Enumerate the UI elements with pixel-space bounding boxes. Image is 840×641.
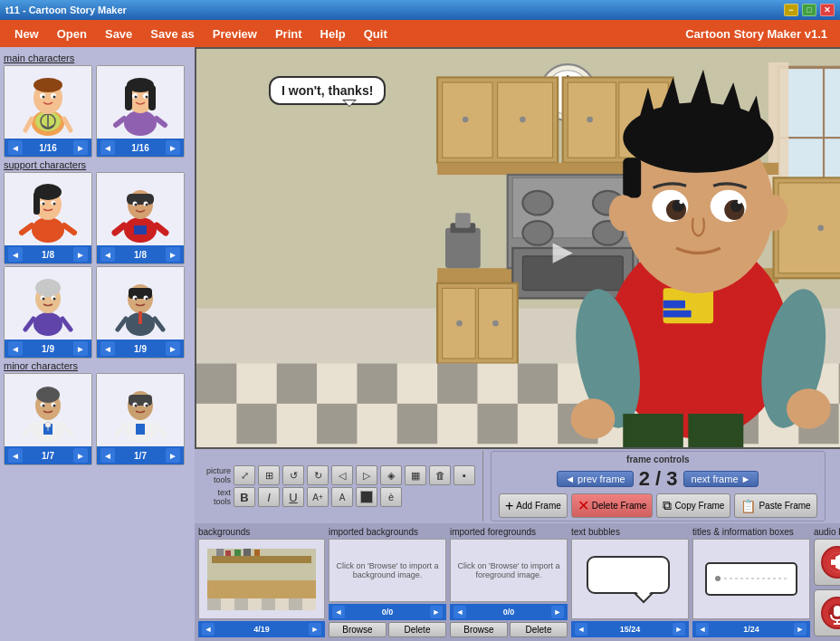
character-card-4[interactable]: ◄ 1/8 ► xyxy=(96,172,185,264)
text-bold-button[interactable]: B xyxy=(234,487,255,507)
char-6-prev[interactable]: ◄ xyxy=(100,341,115,356)
character-card-1[interactable]: ◄ 1/16 ► xyxy=(4,65,92,158)
svg-marker-216 xyxy=(835,554,840,570)
character-card-3[interactable]: ◄ 1/8 ► xyxy=(4,172,92,264)
char-6-next[interactable]: ► xyxy=(166,341,180,356)
char-2-prev[interactable]: ◄ xyxy=(100,140,115,155)
imported-fg-next[interactable]: ► xyxy=(551,606,564,618)
menu-save[interactable]: Save xyxy=(96,24,141,44)
char-8-next[interactable]: ► xyxy=(166,448,180,463)
audio-bubbles-label: audio bubbles xyxy=(814,527,840,537)
tool-misc[interactable]: ▪ xyxy=(453,465,475,485)
text-bubble-next[interactable]: ► xyxy=(673,623,685,636)
svg-rect-159 xyxy=(397,404,437,444)
imported-bg-preview: Click on 'Browse' to import a background… xyxy=(329,539,446,602)
menu-preview[interactable]: Preview xyxy=(204,24,266,44)
bg-prev[interactable]: ◄ xyxy=(202,623,215,636)
char-7-prev[interactable]: ◄ xyxy=(8,448,23,463)
menu-print[interactable]: Print xyxy=(266,24,311,44)
char-1-prev[interactable]: ◄ xyxy=(8,140,23,155)
character-nav-7: ◄ 1/7 ► xyxy=(5,446,91,464)
titles-nav: ◄ 1/24 ► xyxy=(692,621,810,637)
char-2-next[interactable]: ► xyxy=(166,140,180,155)
prev-frame-button[interactable]: ◄ prev frame xyxy=(557,471,634,487)
text-bubble-prev[interactable]: ◄ xyxy=(575,623,587,636)
delete-bg-button[interactable]: Delete xyxy=(388,622,446,637)
delete-fg-button[interactable]: Delete xyxy=(510,622,568,637)
character-image-7 xyxy=(5,374,91,446)
char-4-next[interactable]: ► xyxy=(166,247,180,262)
titles-preview[interactable] xyxy=(692,539,810,619)
tool-flip-h[interactable]: ◁ xyxy=(331,465,353,485)
backgrounds-nav: ◄ 4/19 ► xyxy=(198,621,325,637)
imported-bg-nav: ◄ 0/0 ► xyxy=(329,604,446,620)
menu-saveas[interactable]: Save as xyxy=(141,24,203,44)
text-font-down-button[interactable]: A xyxy=(331,487,353,507)
picture-tools-section: picturetools ⤢ ⊞ ↺ ↻ ◁ ▷ ◈ ▦ 🗑 ▪ texttoo… xyxy=(198,465,475,507)
app-title: Cartoon Story Maker v1.1 xyxy=(685,27,835,41)
menu-quit[interactable]: Quit xyxy=(355,24,396,44)
text-color-button[interactable] xyxy=(356,487,377,507)
text-font-up-button[interactable]: A+ xyxy=(307,487,329,507)
tool-redo[interactable]: ↻ xyxy=(307,465,329,485)
character-nav-2: ◄ 1/16 ► xyxy=(97,139,184,157)
svg-point-187 xyxy=(759,195,788,231)
text-bubble-preview[interactable] xyxy=(571,539,689,619)
maximize-button[interactable]: □ xyxy=(802,4,816,16)
menu-new[interactable]: New xyxy=(5,24,48,44)
character-card-2[interactable]: ◄ 1/16 ► xyxy=(96,65,185,158)
char-5-next[interactable]: ► xyxy=(73,341,88,356)
tool-undo[interactable]: ↺ xyxy=(282,465,304,485)
close-button[interactable]: ✕ xyxy=(820,4,835,16)
char-7-next[interactable]: ► xyxy=(73,448,88,463)
char-4-prev[interactable]: ◄ xyxy=(100,247,115,262)
tool-center[interactable]: ◈ xyxy=(380,465,402,485)
text-bubbles-nav: ◄ 15/24 ► xyxy=(571,621,689,637)
imported-bg-prev[interactable]: ◄ xyxy=(332,606,345,618)
character-image-4 xyxy=(97,173,184,245)
char-1-next[interactable]: ► xyxy=(73,140,88,155)
tool-flip-v[interactable]: ▷ xyxy=(356,465,377,485)
tool-grid[interactable]: ▦ xyxy=(405,465,426,485)
paste-frame-button[interactable]: 📋 Paste Frame xyxy=(734,493,816,518)
tool-expand[interactable]: ⤢ xyxy=(234,465,255,485)
frame-counter: 2 / 3 xyxy=(639,467,678,491)
char-3-prev[interactable]: ◄ xyxy=(8,247,23,262)
menu-open[interactable]: Open xyxy=(48,24,96,44)
imported-bg-buttons: Browse Delete xyxy=(329,622,446,637)
svg-point-91 xyxy=(146,404,148,407)
character-card-5[interactable]: ◄ 1/9 ► xyxy=(4,266,92,359)
character-card-6[interactable]: ◄ 1/9 ► xyxy=(96,266,185,359)
svg-rect-205 xyxy=(262,598,275,610)
minimize-button[interactable]: − xyxy=(784,4,798,16)
char-5-prev[interactable]: ◄ xyxy=(8,341,23,356)
frame-action-buttons: + Add Frame ✕ Delete Frame ⧉ Copy Frame … xyxy=(499,493,817,518)
text-italic-button[interactable]: I xyxy=(258,487,280,507)
imported-bg-next[interactable]: ► xyxy=(430,606,443,618)
svg-point-185 xyxy=(738,200,741,204)
character-card-7[interactable]: ◄ 1/7 ► xyxy=(4,373,92,465)
add-frame-button[interactable]: + Add Frame xyxy=(499,493,568,518)
tool-delete-obj[interactable]: 🗑 xyxy=(429,465,451,485)
titles-next[interactable]: ► xyxy=(794,623,807,636)
menu-help[interactable]: Help xyxy=(311,24,355,44)
audio-play-button[interactable] xyxy=(814,539,840,586)
copy-frame-button[interactable]: ⧉ Copy Frame xyxy=(656,493,730,518)
character-card-8[interactable]: ◄ 1/7 ► xyxy=(96,373,185,465)
bg-next[interactable]: ► xyxy=(309,623,321,636)
imported-fg-prev[interactable]: ◄ xyxy=(453,606,466,618)
browse-fg-button[interactable]: Browse xyxy=(450,622,508,637)
titles-prev[interactable]: ◄ xyxy=(696,623,709,636)
next-frame-button[interactable]: next frame ► xyxy=(683,471,759,487)
text-special-button[interactable]: è xyxy=(380,487,402,507)
text-tools-row: texttools B I U A+ A è xyxy=(198,487,475,507)
svg-point-76 xyxy=(36,387,60,403)
text-underline-button[interactable]: U xyxy=(282,487,304,507)
char-8-prev[interactable]: ◄ xyxy=(100,448,115,463)
char-3-next[interactable]: ► xyxy=(73,247,88,262)
background-preview[interactable] xyxy=(198,539,325,619)
tool-select[interactable]: ⊞ xyxy=(258,465,280,485)
browse-bg-button[interactable]: Browse xyxy=(329,622,387,637)
delete-frame-button[interactable]: ✕ Delete Frame xyxy=(571,493,654,518)
audio-record-button[interactable] xyxy=(814,589,840,636)
